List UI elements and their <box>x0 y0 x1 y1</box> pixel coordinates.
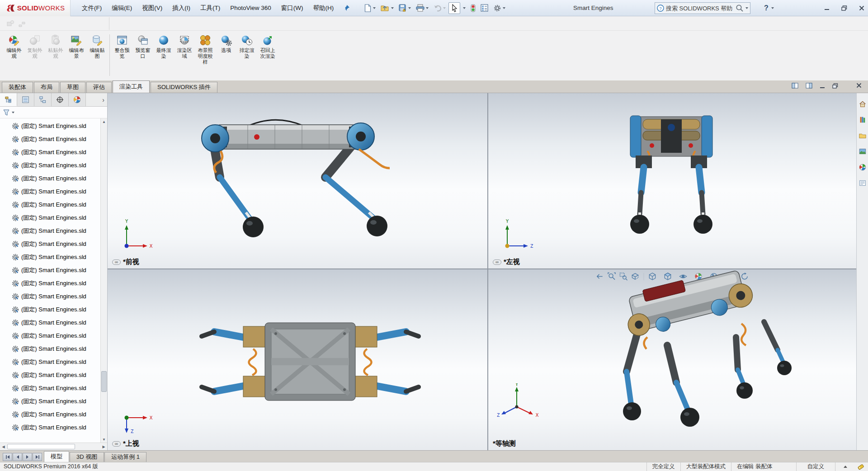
search-input[interactable] <box>666 5 734 12</box>
menu-tools[interactable]: 工具(T) <box>195 0 225 16</box>
select-tool-button[interactable] <box>448 2 460 14</box>
pane-minimize-button[interactable] <box>820 83 825 89</box>
ribbon-button-integrated-preview[interactable]: 整合预览 <box>112 33 132 59</box>
file-explorer-icon[interactable] <box>858 131 867 140</box>
ribbon-button-copy-appearance[interactable]: 复制外观 <box>24 33 45 59</box>
menu-window[interactable]: 窗口(W) <box>276 0 308 16</box>
menu-edit[interactable]: 编辑(E) <box>107 0 137 16</box>
open-document-button[interactable] <box>378 2 396 14</box>
previous-tab-icon[interactable] <box>13 453 22 461</box>
ribbon-button-recall-last-render[interactable]: 召回上次渲染 <box>257 33 278 59</box>
tree-item[interactable]: (固定) Smart Engines.sld <box>0 172 100 185</box>
configuration-manager-tab[interactable] <box>34 93 52 106</box>
tree-item[interactable]: (固定) Smart Engines.sld <box>0 290 100 303</box>
vertical-scroll-thumb[interactable] <box>101 371 107 392</box>
home-icon[interactable] <box>858 99 867 108</box>
pane-tile-right-button[interactable] <box>806 83 812 89</box>
viewport-front[interactable]: Y X ∞ *前视 <box>108 93 487 268</box>
view-palette-icon[interactable] <box>858 147 867 156</box>
horizontal-scroll-thumb[interactable] <box>7 444 75 449</box>
ribbon-button-edit-scene[interactable]: 编辑布景 <box>66 33 87 59</box>
tree-item[interactable]: (固定) Smart Engines.sld <box>0 132 100 146</box>
undo-button[interactable] <box>431 3 448 14</box>
tag-icon[interactable] <box>855 464 866 470</box>
ribbon-button-schedule-render[interactable]: 排定渲染 <box>236 33 257 59</box>
scroll-up-icon[interactable]: ▲ <box>101 118 107 125</box>
appearances-scenes-icon[interactable] <box>858 163 867 172</box>
custom-properties-icon[interactable] <box>858 179 867 188</box>
tree-item[interactable]: (固定) Smart Engines.sld <box>0 146 100 159</box>
display-manager-tab[interactable] <box>69 93 86 106</box>
tab-render-tools[interactable]: 渲染工具 <box>113 80 150 93</box>
select-tool-dropdown[interactable] <box>461 5 468 11</box>
pin-menu-icon[interactable] <box>343 5 350 11</box>
tree-item[interactable]: (固定) Smart Engines.sld <box>0 303 100 316</box>
tree-item[interactable]: (固定) Smart Engines.sld <box>0 408 100 421</box>
search-dropdown-icon[interactable] <box>745 7 748 9</box>
print-button[interactable] <box>414 2 431 14</box>
viewport-left[interactable]: Y Z ∞ *左视 <box>488 93 856 268</box>
tree-item[interactable]: (固定) Smart Engines.sld <box>0 119 100 132</box>
tab-solidworks-addins[interactable]: SOLIDWORKS 插件 <box>151 82 217 93</box>
menu-insert[interactable]: 插入(I) <box>167 0 195 16</box>
save-button[interactable] <box>396 2 413 14</box>
tree-item[interactable]: (固定) Smart Engines.sld <box>0 368 100 382</box>
ribbon-button-final-render[interactable]: 最终渲染 <box>153 33 174 59</box>
tree-item[interactable]: (固定) Smart Engines.sld <box>0 198 100 211</box>
window-minimize-button[interactable] <box>824 5 830 11</box>
viewport-top[interactable]: X Z ∞ *上视 <box>108 269 487 450</box>
help-button[interactable]: ? <box>764 4 769 12</box>
tree-item[interactable]: (固定) Smart Engines.sld <box>0 342 100 355</box>
property-manager-tab[interactable] <box>17 93 34 106</box>
next-tab-icon[interactable] <box>23 453 32 461</box>
new-document-button[interactable] <box>362 2 378 14</box>
menu-file[interactable]: 文件(F) <box>77 0 107 16</box>
tree-vertical-scrollbar[interactable]: ▲ ▼ <box>100 118 107 443</box>
tab-sketch[interactable]: 草图 <box>60 82 85 93</box>
tree-item[interactable]: (固定) Smart Engines.sld <box>0 395 100 408</box>
tree-item[interactable]: (固定) Smart Engines.sld <box>0 355 100 368</box>
tree-item[interactable]: (固定) Smart Engines.sld <box>0 211 100 224</box>
tree-item[interactable]: (固定) Smart Engines.sld <box>0 316 100 329</box>
pane-restore-button[interactable] <box>832 83 838 89</box>
rebuild-button[interactable] <box>468 2 478 14</box>
scroll-down-icon[interactable]: ▼ <box>101 436 107 443</box>
filter-dropdown-icon[interactable] <box>12 112 14 113</box>
tree-item[interactable]: (固定) Smart Engines.sld <box>0 382 100 395</box>
tab-motion-study-1[interactable]: 运动算例 1 <box>104 452 146 462</box>
tree-item[interactable]: (固定) Smart Engines.sld <box>0 224 100 237</box>
tree-item[interactable]: (固定) Smart Engines.sld <box>0 421 100 434</box>
menu-photoview-360[interactable]: PhotoView 360 <box>225 0 276 16</box>
dimxpert-manager-tab[interactable] <box>52 93 69 106</box>
custom-dropdown-icon[interactable] <box>844 466 847 468</box>
help-dropdown-icon[interactable] <box>771 7 774 9</box>
tree-horizontal-scrollbar[interactable]: ◀ ▶ <box>0 443 107 450</box>
ribbon-button-render-region[interactable]: 渲染区域 <box>174 33 195 59</box>
menu-view[interactable]: 视图(V) <box>137 0 167 16</box>
pane-close-button[interactable] <box>856 83 862 88</box>
ribbon-button-scene-illumination-proof[interactable]: 布景照明度校样 <box>195 33 216 65</box>
window-close-button[interactable] <box>859 5 864 11</box>
menu-help[interactable]: 帮助(H) <box>308 0 339 16</box>
status-custom[interactable]: 自定义 <box>796 462 836 471</box>
first-tab-icon[interactable] <box>3 453 12 461</box>
tab-model[interactable]: 模型 <box>44 451 69 462</box>
scroll-right-icon[interactable]: ▶ <box>100 443 107 450</box>
ribbon-button-paste-appearance[interactable]: 粘贴外观 <box>45 33 66 59</box>
tab-layout[interactable]: 布局 <box>34 82 59 93</box>
panel-expand-icon[interactable]: › <box>86 93 107 106</box>
feature-manager-tab[interactable] <box>0 93 17 106</box>
settings-gear-button[interactable] <box>491 2 508 14</box>
tree-item[interactable]: (固定) Smart Engines.sld <box>0 185 100 198</box>
tab-evaluate[interactable]: 评估 <box>86 82 112 93</box>
ribbon-button-edit-decal[interactable]: 编辑贴图 <box>87 33 108 59</box>
scroll-left-icon[interactable]: ◀ <box>0 443 7 450</box>
ribbon-button-options[interactable]: 选项 <box>216 33 236 53</box>
options-list-button[interactable] <box>478 2 491 14</box>
tree-item[interactable]: (固定) Smart Engines.sld <box>0 237 100 250</box>
tree-item[interactable]: (固定) Smart Engines.sld <box>0 264 100 277</box>
design-library-icon[interactable] <box>858 115 867 124</box>
filter-icon[interactable] <box>3 109 10 116</box>
tree-item[interactable]: (固定) Smart Engines.sld <box>0 250 100 264</box>
tab-assembly[interactable]: 装配体 <box>2 82 33 93</box>
